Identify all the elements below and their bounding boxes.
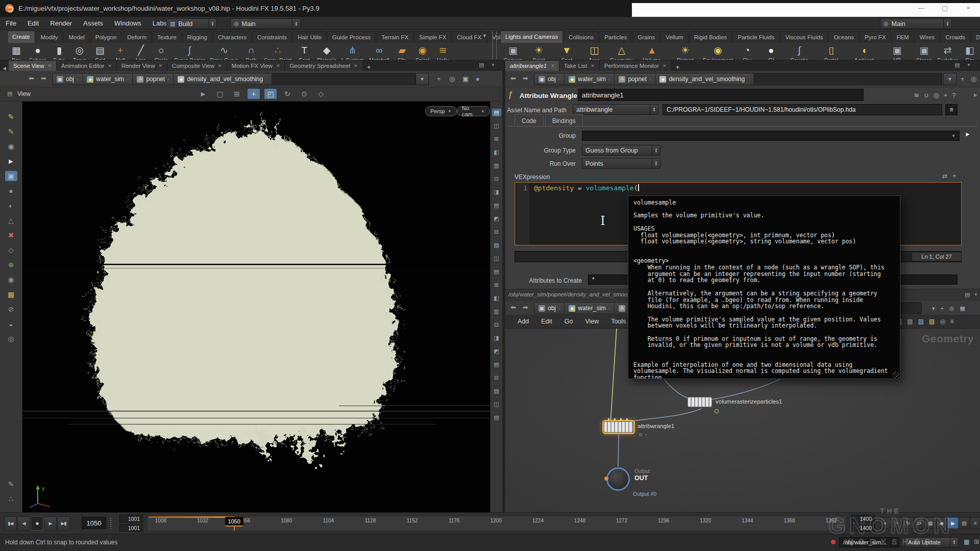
network-crumb-icon[interactable]: ▦: [960, 305, 965, 312]
path-dropdown-icon[interactable]: ▼: [415, 73, 429, 85]
minimize-button[interactable]: —: [915, 4, 928, 12]
geometry-icon[interactable]: ▣: [462, 75, 469, 83]
pane-dropdown-icon[interactable]: ▼: [967, 63, 971, 67]
shelf-tab[interactable]: Deform: [122, 31, 152, 43]
close-icon[interactable]: ✕: [159, 63, 163, 68]
display-option-icon[interactable]: ▨: [492, 387, 501, 395]
group-field[interactable]: ▼: [582, 131, 960, 141]
pane-tab[interactable]: Motion FX View✕: [227, 61, 285, 71]
network-toolbar-icon[interactable]: ▤: [907, 318, 913, 325]
state-tool-icon[interactable]: ◎: [5, 334, 17, 344]
transport-button[interactable]: ◀: [17, 516, 30, 531]
close-icon[interactable]: ✕: [663, 63, 667, 68]
back-icon[interactable]: ⬅: [510, 74, 516, 82]
timeline-ruler[interactable]: 1008103210561080110411281152117612001224…: [147, 516, 846, 531]
network-menu-item[interactable]: Add: [511, 315, 535, 328]
pane-options-icon[interactable]: ▤: [965, 291, 970, 298]
display-option-icon[interactable]: ▤: [492, 268, 501, 276]
close-icon[interactable]: ✕: [276, 63, 280, 68]
back-icon[interactable]: ⬅: [29, 74, 34, 82]
pane-tab[interactable]: Composite View✕: [167, 61, 227, 71]
shelf-tab[interactable]: Guide Process: [327, 31, 376, 43]
node-label[interactable]: OUT: [634, 474, 648, 482]
shelf-tab[interactable]: Terrain FX: [376, 31, 413, 43]
add-pane-tab-button[interactable]: +: [363, 63, 375, 71]
vex-editor-icon[interactable]: ⇄: [942, 172, 947, 180]
shelf-tab[interactable]: Create: [7, 31, 35, 43]
display-option-icon[interactable]: ▥: [492, 308, 501, 315]
pane-tab[interactable]: Animation Editor✕: [57, 61, 117, 71]
playbar-option-button[interactable]: ≡: [970, 517, 980, 529]
shelf-tab[interactable]: Crowds: [940, 31, 970, 43]
shelf-tab[interactable]: Hair Utils: [292, 31, 327, 43]
param-header-icon[interactable]: ∪: [924, 91, 929, 99]
pane-dropdown-icon[interactable]: ▼: [974, 292, 978, 297]
shelf-tab[interactable]: Drive Simulation: [971, 31, 980, 43]
menu-item[interactable]: Windows: [109, 17, 147, 30]
close-icon[interactable]: ✕: [591, 63, 595, 68]
node-attribwrangle1[interactable]: [604, 421, 633, 433]
breadcrumb-chip[interactable]: ◉ density_and_vel_smoothing ›: [655, 73, 753, 85]
node-label[interactable]: volumerasterizeparticles1: [716, 398, 782, 405]
breadcrumb-chip[interactable]: ◆ water_sim ›: [565, 73, 615, 85]
node-name-field[interactable]: attribwrangle1: [578, 89, 864, 101]
asset-menu-button[interactable]: ≡: [945, 104, 958, 115]
shelf-tab[interactable]: Wires: [915, 31, 940, 43]
network-toolbar-icon[interactable]: ◎: [940, 318, 945, 325]
state-tool-icon[interactable]: ◒: [5, 319, 17, 329]
pane-tab[interactable]: Geometry Spreadsheet✕: [285, 61, 362, 71]
network-crumb-icon[interactable]: +: [941, 305, 944, 312]
network-crumb-icon[interactable]: ◎: [949, 305, 954, 312]
asset-name-dropdown[interactable]: attribwrangle ▲▼: [573, 104, 658, 115]
chevron-right-icon[interactable]: ▶: [974, 92, 977, 97]
state-tool-icon[interactable]: ⊕: [5, 260, 17, 270]
network-menu-item[interactable]: Go: [558, 315, 579, 328]
display-dot-icon[interactable]: ●: [476, 75, 480, 83]
viewport-tool-icon[interactable]: ▢: [214, 89, 226, 99]
display-option-icon[interactable]: ◨: [492, 188, 501, 196]
state-tool-icon[interactable]: ▣: [5, 171, 17, 181]
shelf-tab[interactable]: Rigid Bodies: [689, 31, 732, 43]
shelf-tab[interactable]: Polygon: [90, 31, 122, 43]
vex-editor-icon[interactable]: +: [952, 172, 956, 180]
network-crumb-icon[interactable]: ▾: [932, 305, 935, 312]
display-option-icon[interactable]: ◨: [492, 334, 501, 342]
state-tool-icon[interactable]: ◉: [5, 274, 17, 285]
shelf-menu-arrow[interactable]: ▼: [482, 33, 487, 38]
param-folder-tab[interactable]: Code: [514, 114, 544, 127]
shelf-tab[interactable]: Collisions: [564, 31, 599, 43]
back-icon[interactable]: ⬅: [510, 304, 516, 311]
shelf-tab[interactable]: Particle Fluids: [732, 31, 779, 43]
state-tool-icon[interactable]: ◐: [5, 201, 17, 211]
display-option-icon[interactable]: ▤: [492, 109, 501, 116]
pane-options-icon[interactable]: ▤: [954, 62, 960, 68]
state-tool-icon[interactable]: ▦: [5, 289, 17, 299]
pane-tab[interactable]: Take List✕: [559, 61, 600, 71]
network-toolbar-icon[interactable]: ≡: [950, 318, 954, 325]
shelf-tab[interactable]: Viscous Fluids: [780, 31, 828, 43]
menu-item[interactable]: Edit: [22, 17, 44, 30]
display-option-icon[interactable]: ⊡: [492, 321, 501, 329]
range-end-field[interactable]: 1400: [851, 515, 875, 522]
display-option-icon[interactable]: ⊟: [492, 228, 501, 236]
follow-icon[interactable]: ◎: [449, 75, 455, 83]
viewport-tool-icon[interactable]: ⊞: [231, 89, 243, 99]
forward-icon[interactable]: ➡: [523, 304, 528, 311]
shelf-tab[interactable]: Simple FX: [414, 31, 451, 43]
network-menu-item[interactable]: Edit: [535, 315, 558, 328]
pane-dropdown-icon[interactable]: ▼: [491, 63, 495, 67]
viewport-tool-icon[interactable]: ⊙: [298, 89, 310, 99]
breadcrumb-chip[interactable]: ⁂ popnet ›: [133, 73, 174, 85]
status-icon[interactable]: ⊞: [974, 538, 979, 545]
display-option-icon[interactable]: ⊡: [492, 175, 501, 183]
state-tool-icon[interactable]: ✖: [5, 230, 17, 240]
param-header-icon[interactable]: ◎: [933, 91, 939, 99]
playbar-option-button[interactable]: ◆: [936, 517, 947, 529]
shelf-tab[interactable]: Particles: [599, 31, 632, 43]
shelf-tab[interactable]: FEM: [892, 31, 914, 43]
transport-button[interactable]: ■: [31, 516, 43, 531]
pane-tab[interactable]: Scene View✕: [9, 61, 57, 71]
shelf-tab[interactable]: Lights and Cameras: [500, 31, 563, 43]
playbar-option-button[interactable]: ↻: [902, 517, 914, 529]
close-icon[interactable]: ✕: [47, 63, 52, 68]
